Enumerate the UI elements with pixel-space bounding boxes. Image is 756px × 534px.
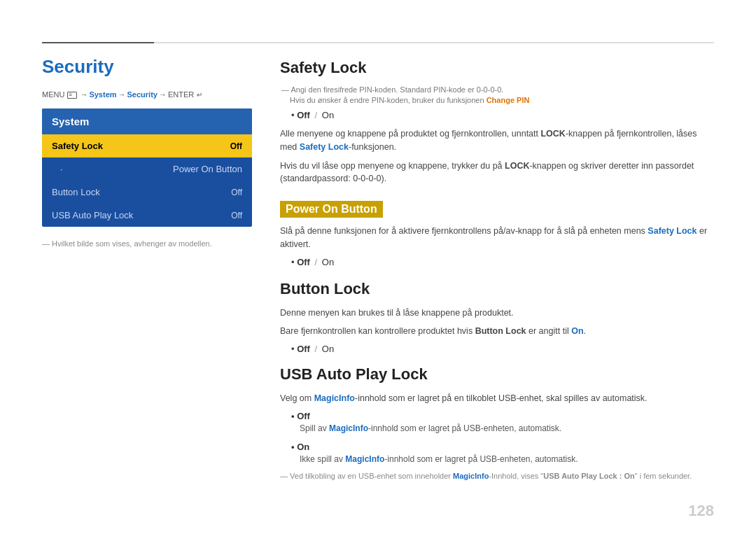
- usb-lock-heading: USB Auto Play Lock: [280, 365, 714, 384]
- nav-item-power-on[interactable]: · Power On Button: [42, 157, 252, 181]
- button-lock-value: Off: [231, 188, 242, 197]
- menu-path: MENU → System → Security → ENTER ↵: [42, 90, 252, 99]
- nav-item-safety-lock[interactable]: Safety Lock Off: [42, 134, 252, 157]
- page-number: 128: [688, 502, 714, 520]
- enter-icon: ↵: [197, 91, 202, 99]
- section-title: Security: [42, 56, 252, 78]
- nav-box: System Safety Lock Off · Power On Button…: [42, 108, 252, 227]
- usb-on-desc: Ikke spill av MagicInfo-innhold som er l…: [291, 454, 714, 465]
- arrow3: →: [159, 90, 167, 99]
- safety-lock-label: Safety Lock: [52, 141, 103, 151]
- usb-off-item: Off Spill av MagicInfo-innhold som er la…: [291, 411, 714, 435]
- security-link: Security: [127, 90, 158, 99]
- button-lock-para2: Bare fjernkontrollen kan kontrollere pro…: [280, 325, 714, 338]
- nav-item-button-lock[interactable]: Button Lock Off: [42, 181, 252, 204]
- safety-lock-para2: Hvis du vil låse opp menyene og knappene…: [280, 160, 714, 186]
- button-lock-label: Button Lock: [52, 187, 100, 197]
- usb-off-label: Off: [291, 411, 714, 421]
- power-on-para: Slå på denne funksjonen for å aktivere f…: [280, 225, 714, 251]
- right-column: Safety Lock Angi den firesifrede PIN-kod…: [280, 50, 714, 506]
- usb-lock-para: Velg om MagicInfo-innhold som er lagret …: [280, 392, 714, 405]
- button-lock-bullets: Off / On: [291, 344, 714, 354]
- safety-lock-bullets: Off / On: [291, 110, 714, 120]
- button-lock-heading: Button Lock: [280, 280, 714, 298]
- power-off-on-text: Off / On: [297, 257, 334, 267]
- nav-header: System: [42, 108, 252, 134]
- enter-label: ENTER: [168, 90, 194, 99]
- power-on-heading: Power On Button: [280, 201, 383, 218]
- usb-on-item: On Ikke spill av MagicInfo-innhold som e…: [291, 442, 714, 465]
- safety-lock-heading: Safety Lock: [280, 59, 714, 77]
- usb-bullet-group: Off Spill av MagicInfo-innhold som er la…: [291, 411, 714, 465]
- left-footnote: — Hvilket bilde som vises, avhenger av m…: [42, 239, 252, 248]
- safety-lock-off-on: Off / On: [291, 110, 714, 120]
- usb-section: USB Auto Play Lock Velg om MagicInfo-inn…: [280, 365, 714, 480]
- arrow2: →: [118, 90, 126, 99]
- top-line: [42, 42, 714, 43]
- pin-note1: Angi den firesifrede PIN-koden. Standard…: [280, 85, 714, 94]
- menu-icon: [67, 92, 77, 99]
- button-lock-para1: Denne menyen kan brukes til å låse knapp…: [280, 307, 714, 320]
- power-on-off-on: Off / On: [291, 257, 714, 267]
- left-column: Security MENU → System → Security → ENTE…: [42, 50, 252, 506]
- power-on-bullets: Off / On: [291, 257, 714, 267]
- system-link: System: [89, 90, 116, 99]
- usb-lock-value: Off: [231, 211, 242, 220]
- pin-note2: Hvis du ønsker å endre PIN-koden, bruker…: [280, 96, 714, 104]
- usb-lock-label: USB Auto Play Lock: [52, 210, 133, 220]
- button-lock-off-on: Off / On: [291, 344, 714, 354]
- safety-off-on-text: Off / On: [297, 110, 334, 120]
- button-off-on-text: Off / On: [297, 344, 334, 354]
- usb-on-label: On: [291, 442, 714, 452]
- power-on-label: Power On Button: [173, 164, 242, 174]
- menu-label: MENU: [42, 90, 64, 99]
- usb-footnote: Ved tilkobling av en USB-enhet som inneh…: [280, 472, 714, 480]
- arrow1: →: [80, 90, 88, 99]
- nav-item-usb-lock[interactable]: USB Auto Play Lock Off: [42, 204, 252, 227]
- page-content: Security MENU → System → Security → ENTE…: [42, 50, 714, 506]
- usb-off-desc: Spill av MagicInfo-innhold som er lagret…: [291, 423, 714, 435]
- nav-dot: ·: [60, 164, 63, 174]
- safety-lock-para1: Alle menyene og knappene på produktet og…: [280, 127, 714, 154]
- change-pin-link[interactable]: Change PIN: [486, 96, 530, 104]
- pin-note1-text: Angi den firesifrede PIN-koden. Standard…: [290, 85, 503, 94]
- safety-lock-value: Off: [230, 141, 242, 151]
